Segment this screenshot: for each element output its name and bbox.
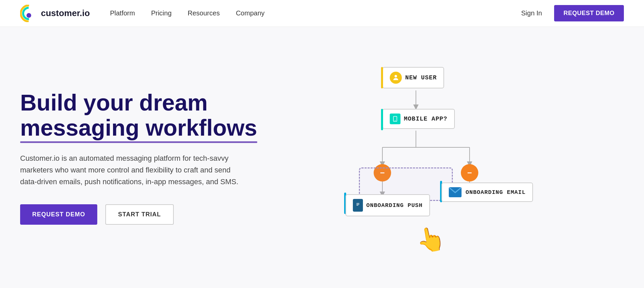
node-mobile-app: MOBILE APP? — [382, 109, 455, 129]
nav-links: Platform Pricing Resources Company — [110, 9, 521, 17]
hero-left: Build your dream messaging workflows Cus… — [20, 27, 282, 288]
svg-rect-16 — [357, 205, 359, 205]
sign-in-link[interactable]: Sign In — [521, 9, 542, 17]
hand-cursor-icon: 👆 — [414, 225, 447, 254]
start-trial-button[interactable]: START TRIAL — [105, 204, 174, 225]
node-onboarding-email: ONBOARDING EMAIL — [441, 183, 533, 202]
hero-section: Build your dream messaging workflows Cus… — [0, 27, 644, 288]
logo-link[interactable]: customer.io — [20, 5, 90, 22]
email-label: ONBOARDING EMAIL — [466, 189, 526, 196]
push-label: ONBOARDING PUSH — [366, 202, 423, 209]
hero-heading-line1: Build your dream — [20, 90, 208, 115]
hero-description: Customer.io is an automated messaging pl… — [20, 152, 241, 188]
node-onboarding-push: ONBOARDING PUSH — [345, 194, 430, 216]
nav-pricing[interactable]: Pricing — [151, 9, 171, 17]
mobile-app-icon — [390, 114, 400, 124]
new-user-icon — [390, 72, 402, 84]
workflow-connectors — [339, 54, 567, 261]
mobile-app-bar — [381, 109, 383, 130]
node-new-user: NEW USER — [382, 67, 444, 88]
svg-rect-14 — [357, 203, 360, 203]
request-demo-nav-button[interactable]: REQUEST DEMO — [554, 5, 624, 21]
hero-buttons: REQUEST DEMO START TRIAL — [20, 204, 282, 225]
email-icon — [449, 187, 462, 197]
logo-text: customer.io — [41, 8, 90, 18]
svg-point-12 — [395, 120, 395, 121]
hero-heading: Build your dream messaging workflows — [20, 90, 282, 140]
wait-node-right: − — [461, 164, 478, 182]
logo-icon — [20, 5, 38, 22]
new-user-bar — [381, 67, 383, 88]
nav-platform[interactable]: Platform — [110, 9, 135, 17]
svg-rect-15 — [357, 204, 360, 204]
svg-point-2 — [26, 13, 31, 18]
push-icon — [353, 199, 363, 212]
nav-resources[interactable]: Resources — [188, 9, 220, 17]
hero-heading-line2: messaging workflows — [20, 115, 257, 140]
mobile-app-label: MOBILE APP? — [404, 116, 447, 122]
new-user-label: NEW USER — [405, 74, 437, 81]
request-demo-button[interactable]: REQUEST DEMO — [20, 204, 97, 225]
workflow-canvas: NEW USER MOBILE APP? − − — [339, 54, 567, 261]
svg-point-10 — [394, 75, 397, 77]
navbar: customer.io Platform Pricing Resources C… — [0, 0, 644, 27]
nav-company[interactable]: Company — [236, 9, 265, 17]
nav-right: Sign In REQUEST DEMO — [521, 5, 624, 21]
hero-right: NEW USER MOBILE APP? − − — [282, 27, 624, 288]
